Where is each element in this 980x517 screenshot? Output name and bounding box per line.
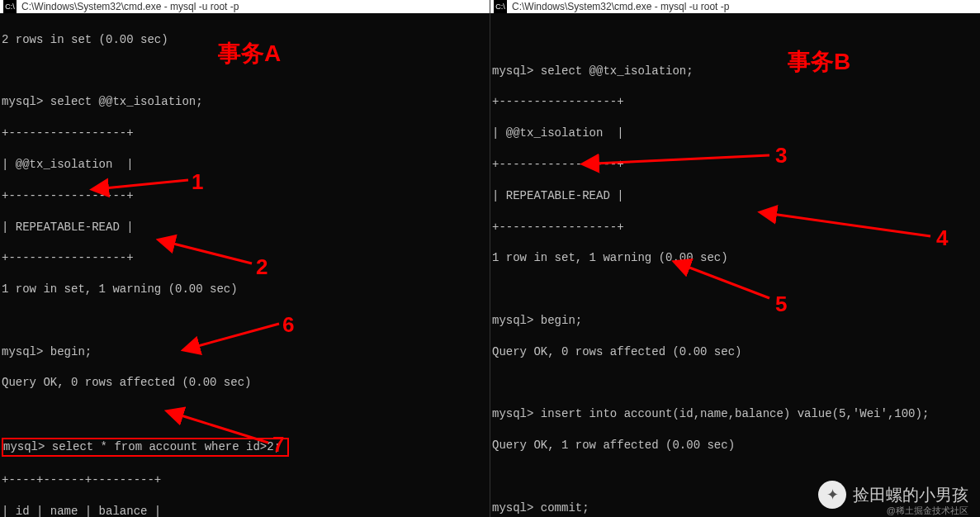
output-line: | REPEATABLE-READ |: [2, 220, 488, 235]
terminal-right: C:\ C:\Windows\System32\cmd.exe - mysql …: [490, 0, 980, 517]
output-line: 2 rows in set (0.00 sec): [2, 32, 488, 48]
output-line: [492, 469, 978, 485]
cmd-icon: C:\: [494, 0, 507, 13]
output-line: +-----------------+: [492, 94, 978, 110]
output-line: +-----------------+: [492, 220, 978, 235]
titlebar-text: C:\Windows\System32\cmd.exe - mysql -u r…: [21, 1, 239, 12]
titlebar-left[interactable]: C:\ C:\Windows\System32\cmd.exe - mysql …: [0, 0, 490, 13]
output-line: 1 row in set, 1 warning (0.00 sec): [492, 250, 978, 266]
output-line: +-----------------+: [2, 250, 488, 266]
query-line: mysql> select @@tx_isolation;: [2, 94, 488, 110]
output-line: [492, 375, 978, 391]
output-line: [492, 32, 978, 48]
output-line: [2, 64, 488, 79]
output-line: | @@tx_isolation |: [492, 126, 978, 141]
output-line: [2, 406, 488, 422]
terminal-body-right[interactable]: mysql> select @@tx_isolation; +---------…: [490, 13, 980, 517]
output-line: | @@tx_isolation |: [2, 157, 488, 173]
query-line: mysql> commit;: [492, 500, 978, 516]
output-line: +----+------+---------+: [2, 472, 488, 488]
terminal-body-left[interactable]: 2 rows in set (0.00 sec) mysql> select @…: [0, 13, 490, 517]
output-line: Query OK, 0 rows affected (0.00 sec): [2, 375, 488, 391]
cmd-icon: C:\: [3, 0, 17, 13]
highlighted-query-1: mysql> select * from account where id>2;: [2, 438, 289, 457]
output-line: [2, 313, 488, 329]
query-line: mysql> select @@tx_isolation;: [492, 64, 978, 79]
table-header: | id | name | balance |: [2, 504, 488, 517]
output-line: [492, 282, 978, 297]
titlebar-right[interactable]: C:\ C:\Windows\System32\cmd.exe - mysql …: [490, 0, 980, 13]
query-line: mysql> insert into account(id,name,balan…: [492, 406, 978, 422]
output-line: +-----------------+: [2, 188, 488, 204]
query-line: mysql> begin;: [492, 313, 978, 329]
output-line: Query OK, 1 row affected (0.00 sec): [492, 438, 978, 453]
output-line: +-----------------+: [2, 126, 488, 141]
titlebar-text: C:\Windows\System32\cmd.exe - mysql -u r…: [512, 1, 729, 12]
output-line: Query OK, 0 rows affected (0.00 sec): [492, 344, 978, 360]
svg-line-1: [104, 180, 188, 188]
output-line: +-----------------+: [492, 157, 978, 173]
query-line: mysql> begin;: [2, 344, 488, 360]
output-line: | REPEATABLE-READ |: [492, 188, 978, 204]
terminal-left: C:\ C:\Windows\System32\cmd.exe - mysql …: [0, 0, 490, 517]
output-line: 1 row in set, 1 warning (0.00 sec): [2, 282, 488, 297]
